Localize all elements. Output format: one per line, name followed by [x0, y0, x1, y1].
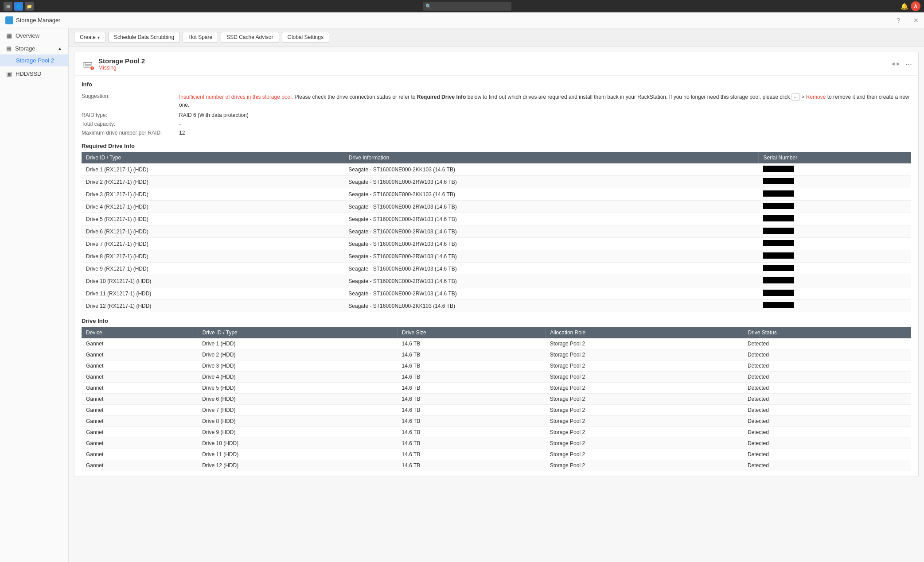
- required-drive-info: Seagate - ST16000NE000-2KK103 (14.6 TB): [344, 300, 759, 312]
- drive-status: Detected: [743, 394, 911, 405]
- suggestion-bold: Required Drive Info: [417, 94, 466, 100]
- notification-icon[interactable]: 🔔: [901, 3, 908, 10]
- main-content: Create Schedule Data Scrubbing Hot Spare…: [69, 28, 924, 562]
- drive-row: Gannet Drive 1 (HDD) 14.6 TB Storage Poo…: [82, 338, 911, 349]
- schedule-scrubbing-button[interactable]: Schedule Data Scrubbing: [108, 32, 180, 43]
- total-cap-value: -: [179, 121, 181, 127]
- drive-role: Storage Pool 2: [546, 460, 743, 471]
- col-drive-id: Drive ID / Type: [198, 327, 397, 338]
- drive-role: Storage Pool 2: [546, 383, 743, 394]
- col-drive-information: Drive Information: [344, 152, 759, 163]
- avatar[interactable]: A: [911, 1, 920, 11]
- drive-size: 14.6 TB: [398, 383, 546, 394]
- required-drive-row: Drive 10 (RX1217-1) (HDD) Seagate - ST16…: [82, 275, 911, 287]
- total-cap-label: Total capacity:: [82, 121, 179, 127]
- drive-status: Detected: [743, 338, 911, 349]
- drive-info-title: Drive Info: [82, 318, 911, 324]
- sidebar-item-overview[interactable]: ▦ Overview: [0, 28, 68, 43]
- required-drive-row: Drive 1 (RX1217-1) (HDD) Seagate - ST160…: [82, 163, 911, 176]
- app-title-area: Storage Manager: [5, 16, 60, 24]
- hot-spare-button[interactable]: Hot Spare: [183, 32, 218, 43]
- max-drives-value: 12: [179, 130, 185, 136]
- drive-id: Drive 5 (HDD): [198, 383, 397, 394]
- required-drive-serial: [759, 263, 911, 275]
- app-header-right: ? — ✕: [897, 17, 919, 24]
- sidebar: ▦ Overview ▤ Storage ▲ Storage Pool 2 ▣ …: [0, 28, 69, 562]
- more-options-button[interactable]: ···: [905, 59, 912, 69]
- overview-icon: ▦: [6, 32, 12, 39]
- required-drive-info: Seagate - ST16000NE000-2RW103 (14.6 TB): [344, 213, 759, 225]
- create-button[interactable]: Create: [74, 32, 105, 43]
- drive-device: Gannet: [82, 405, 198, 416]
- suggestion-text-2: below to find out which drives are requi…: [468, 94, 791, 100]
- file-icon[interactable]: 📁: [25, 2, 34, 11]
- required-drive-serial: [759, 163, 911, 176]
- required-drive-serial: [759, 225, 911, 238]
- col-device: Device: [82, 327, 198, 338]
- max-drives-label: Maximum drive number per RAID:: [82, 130, 179, 136]
- drive-status: Detected: [743, 449, 911, 460]
- remove-link[interactable]: Remove: [806, 94, 826, 100]
- required-drive-info: Seagate - ST16000NE000-2RW103 (14.6 TB): [344, 176, 759, 188]
- storage-icon: ▤: [6, 45, 12, 52]
- chevron-up-icon: ▲: [58, 46, 62, 51]
- pool-header-right: ◄► ···: [890, 59, 912, 69]
- drive-role: Storage Pool 2: [546, 405, 743, 416]
- col-drive-size: Drive Size: [398, 327, 546, 338]
- required-drive-id: Drive 11 (RX1217-1) (HDD): [82, 287, 344, 300]
- required-drive-serial: [759, 176, 911, 188]
- drive-status: Detected: [743, 349, 911, 360]
- suggestion-more-icon: ···: [791, 93, 800, 101]
- required-drive-row: Drive 12 (RX1217-1) (HDD) Seagate - ST16…: [82, 300, 911, 312]
- required-drive-row: Drive 3 (RX1217-1) (HDD) Seagate - ST160…: [82, 188, 911, 201]
- required-drive-id: Drive 6 (RX1217-1) (HDD): [82, 225, 344, 238]
- drive-status: Detected: [743, 360, 911, 372]
- total-capacity-row: Total capacity: -: [82, 120, 911, 128]
- drive-role: Storage Pool 2: [546, 360, 743, 372]
- drive-status: Detected: [743, 405, 911, 416]
- pool-icon: 🖴 !: [81, 57, 95, 71]
- drive-role: Storage Pool 2: [546, 394, 743, 405]
- required-drive-row: Drive 11 (RX1217-1) (HDD) Seagate - ST16…: [82, 287, 911, 300]
- drive-id: Drive 2 (HDD): [198, 349, 397, 360]
- required-drive-serial: [759, 238, 911, 250]
- help-icon[interactable]: ?: [897, 17, 900, 24]
- drive-id: Drive 12 (HDD): [198, 460, 397, 471]
- drive-device: Gannet: [82, 383, 198, 394]
- drive-row: Gannet Drive 5 (HDD) 14.6 TB Storage Poo…: [82, 383, 911, 394]
- collapse-icon[interactable]: ◄►: [890, 61, 901, 67]
- drive-id: Drive 3 (HDD): [198, 360, 397, 372]
- drive-row: Gannet Drive 7 (HDD) 14.6 TB Storage Poo…: [82, 405, 911, 416]
- hdd-icon: ▣: [6, 70, 12, 77]
- drive-device: Gannet: [82, 438, 198, 449]
- required-drive-serial: [759, 275, 911, 287]
- raid-value: RAID 6 (With data protection): [179, 112, 249, 118]
- app-header: Storage Manager ? — ✕: [0, 12, 924, 28]
- required-drive-serial: [759, 188, 911, 201]
- minimize-icon[interactable]: —: [904, 17, 910, 24]
- sidebar-section-storage[interactable]: ▤ Storage ▲: [0, 43, 68, 54]
- search-bar[interactable]: 🔍: [423, 2, 511, 11]
- drive-row: Gannet Drive 9 (HDD) 14.6 TB Storage Poo…: [82, 427, 911, 438]
- sidebar-item-hdd-ssd[interactable]: ▣ HDD/SSD: [0, 66, 68, 81]
- drive-status: Detected: [743, 383, 911, 394]
- global-settings-button[interactable]: Global Settings: [282, 32, 329, 43]
- drives-table: Device Drive ID / Type Drive Size Alloca…: [82, 327, 911, 471]
- required-drive-row: Drive 2 (RX1217-1) (HDD) Seagate - ST160…: [82, 176, 911, 188]
- drive-row: Gannet Drive 10 (HDD) 14.6 TB Storage Po…: [82, 438, 911, 449]
- required-drive-info: Seagate - ST16000NE000-2KK103 (14.6 TB): [344, 163, 759, 176]
- close-icon[interactable]: ✕: [913, 17, 919, 24]
- drive-size: 14.6 TB: [398, 438, 546, 449]
- required-drive-info: Seagate - ST16000NE000-2RW103 (14.6 TB): [344, 250, 759, 263]
- browser-icon[interactable]: 🌐: [14, 2, 23, 11]
- drive-size: 14.6 TB: [398, 427, 546, 438]
- drive-row: Gannet Drive 11 (HDD) 14.6 TB Storage Po…: [82, 449, 911, 460]
- required-drive-id: Drive 3 (RX1217-1) (HDD): [82, 188, 344, 201]
- pool-header: 🖴 ! Storage Pool 2 Missing ◄► ···: [74, 52, 918, 76]
- sidebar-item-storage-pool[interactable]: Storage Pool 2: [0, 54, 68, 66]
- ssd-cache-button[interactable]: SSD Cache Advisor: [221, 32, 279, 43]
- required-drive-info: Seagate - ST16000NE000-2RW103 (14.6 TB): [344, 275, 759, 287]
- info-section: Info Suggestion: Insufficient number of …: [74, 76, 918, 143]
- raid-label: RAID type:: [82, 112, 179, 118]
- grid-icon[interactable]: ⊞: [4, 2, 12, 11]
